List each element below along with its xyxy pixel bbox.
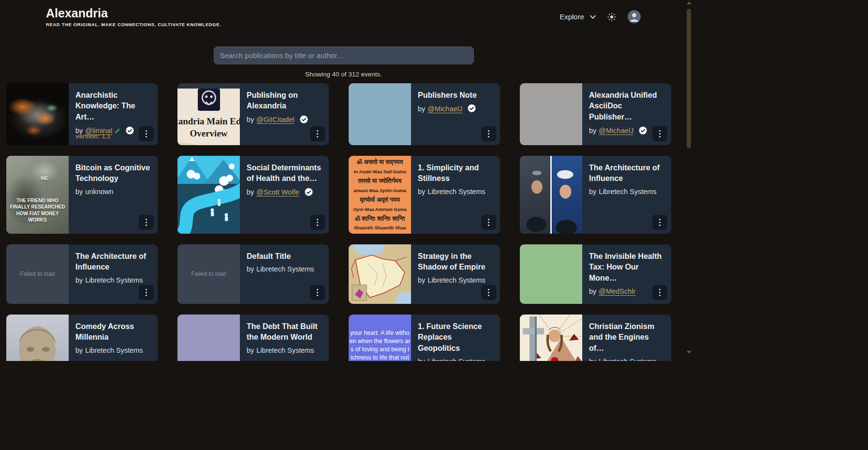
menu-dot [488, 222, 489, 223]
card-menu-button[interactable] [652, 285, 667, 300]
meme-caption-line: FINALLY RESEARCHED [6, 204, 69, 210]
publication-card-16[interactable]: Christian Zionism and the Engines of… by… [520, 315, 671, 361]
publication-title: Publishers Note [418, 90, 493, 101]
publication-thumbnail: Failed to load [6, 244, 69, 304]
publication-byline: by Libretech Systems [247, 346, 322, 354]
publication-thumbnail [520, 83, 582, 145]
card-menu-button[interactable] [481, 126, 496, 141]
card-menu-button[interactable] [139, 215, 154, 230]
card-menu-button[interactable] [139, 285, 154, 300]
green-pen-icon [114, 128, 120, 134]
user-avatar[interactable] [628, 10, 641, 23]
publication-card-8[interactable]: The Architecture of Influence by Librete… [520, 156, 671, 234]
publication-thumbnail [520, 315, 582, 361]
menu-dot [146, 133, 147, 135]
publication-card-12[interactable]: The Invisible Health Tax: How Our Mone… … [520, 244, 671, 304]
publication-card-5[interactable]: METHE FRIEND WHOFINALLY RESEARCHEDHOW FI… [6, 156, 158, 234]
publication-card-14[interactable]: The Debt That Built the Modern World by … [177, 315, 329, 361]
publication-card-body: Publishers Note by @MichaelJ [411, 83, 500, 145]
menu-dot [659, 219, 661, 220]
scrollbar-down-arrow-icon[interactable] [687, 351, 691, 354]
quote-line: ichness to life that not [349, 354, 411, 361]
publication-thumbnail: METHE FRIEND WHOFINALLY RESEARCHEDHOW FI… [6, 156, 69, 234]
menu-dot [146, 295, 147, 296]
sacred-art-illustration [520, 315, 582, 361]
publication-thumbnail [6, 315, 69, 361]
scrollbar-up-arrow-icon[interactable] [687, 1, 691, 4]
card-menu-button[interactable] [310, 215, 325, 230]
byline-prefix: by [589, 287, 596, 295]
author-link[interactable]: @MedSchlr [599, 287, 635, 295]
publication-byline: by Libretech Systems [247, 265, 322, 273]
byline-prefix: by [589, 127, 596, 135]
marble-bust-illustration [6, 315, 69, 361]
byline-prefix: by [75, 346, 83, 354]
publication-card-9[interactable]: Failed to load The Architecture of Influ… [6, 244, 158, 304]
verified-badge-icon [125, 126, 134, 135]
mantra-line: rtyor-Maa Amrtam Gama [349, 204, 411, 213]
publication-card-4[interactable]: Alexandria Unified AsciiDoc Publisher… b… [520, 83, 671, 145]
card-menu-button[interactable] [481, 215, 496, 230]
byline-prefix: by [247, 346, 254, 354]
card-menu-button[interactable] [652, 126, 667, 141]
quote-line: s of loving and being l [349, 345, 411, 354]
publication-byline: by Libretech Systems [75, 346, 151, 354]
menu-dot [488, 289, 489, 290]
menu-dot [317, 133, 318, 135]
meme-caption: THE FRIEND WHOFINALLY RESEARCHEDHOW FIAT… [6, 197, 69, 224]
publication-byline: by @GitCitadel [247, 115, 322, 124]
mantra-line: मृत्योर्मा अमृतं गमय [349, 195, 411, 204]
author-link[interactable]: @GitCitadel [256, 116, 294, 123]
road-illustration [177, 156, 240, 234]
byline-prefix: by [418, 105, 425, 113]
menu-dot [659, 130, 661, 132]
publication-card-15[interactable]: your heart. A life withoen when the flow… [349, 315, 500, 361]
theme-toggle-button[interactable] [607, 13, 616, 21]
card-menu-button[interactable] [139, 126, 154, 141]
explore-menu-button[interactable]: Explore [559, 13, 596, 21]
publication-thumbnail [177, 156, 240, 234]
verified-badge-icon [299, 115, 309, 124]
byline-prefix: by [589, 188, 596, 195]
publication-card-2[interactable]: xandria Main EdiOverview Publishing on A… [177, 83, 329, 145]
card-menu-button[interactable] [481, 285, 496, 300]
meme-caption-line: WORKS [6, 217, 69, 224]
publication-byline: by Libretech Systems [418, 358, 493, 361]
menu-dot [488, 133, 489, 135]
publication-card-1[interactable]: Anarchistic Knowledge: The Art… by @limi… [6, 83, 158, 145]
solid-color-thumbnail [520, 83, 582, 145]
author-text: Libretech Systems [256, 265, 314, 273]
publication-card-13[interactable]: Comedy Across Millennia by Libretech Sys… [6, 315, 158, 361]
publication-thumbnail [520, 244, 582, 304]
publication-card-7[interactable]: ॐ असतो मा सद्गमयm Asato Maa Sad-Gamaतमसो… [349, 156, 500, 234]
card-menu-button[interactable] [310, 285, 325, 300]
card-menu-button[interactable] [310, 126, 325, 141]
author-link[interactable]: @Scott Wolfe [256, 188, 299, 196]
mantra-line: ॐ शान्तिः शान्तिः शान्ति [349, 214, 411, 223]
quote-line: en when the flowers ar [349, 337, 411, 345]
author-text: Libretech Systems [427, 276, 485, 284]
verified-badge-icon [467, 104, 476, 113]
failed-to-load-text: Failed to load [20, 270, 55, 277]
publication-card-10[interactable]: Failed to load Default Title by Libretec… [177, 244, 329, 304]
card-menu-button[interactable] [652, 215, 667, 230]
version-label: version: 1.1 [75, 133, 110, 140]
publication-card-3[interactable]: Publishers Note by @MichaelJ [349, 83, 500, 145]
author-link[interactable]: @MichaelJ [427, 105, 462, 113]
publication-card-body: Christian Zionism and the Engines of… by… [582, 315, 671, 361]
app-tagline: READ THE ORIGINAL. MAKE CONNECTIONS. CUL… [46, 22, 221, 27]
mantra-text-thumbnail: ॐ असतो मा सद्गमयm Asato Maa Sad-Gamaतमसो… [349, 156, 411, 234]
menu-dot [488, 130, 489, 132]
author-link[interactable]: @MichaelJ [599, 127, 633, 135]
cover-logo [198, 89, 220, 111]
scrollbar-thumb[interactable] [687, 9, 691, 148]
right-portrait [552, 156, 582, 234]
publication-byline: by Libretech Systems [589, 358, 664, 361]
cover-title-line: Overview [177, 127, 240, 140]
publication-card-11[interactable]: Strategy in the Shadow of Empire by Libr… [349, 244, 500, 304]
publication-card-6[interactable]: Social Determinants of Health and the… b… [177, 156, 329, 234]
left-portrait [520, 156, 550, 234]
search-input[interactable] [214, 46, 474, 64]
menu-dot [659, 225, 661, 226]
author-text: Libretech Systems [427, 188, 485, 195]
